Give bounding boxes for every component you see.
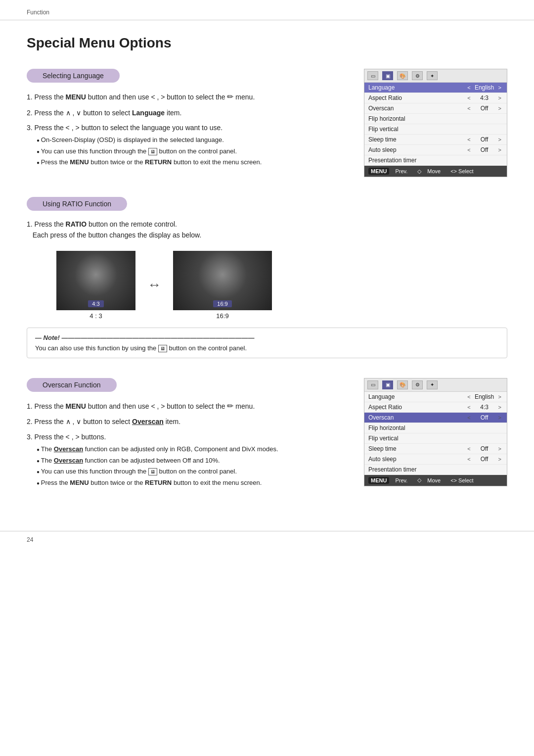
menu-arrow-left-autosleep-1: < [467,147,470,153]
menu-row-flipv-1: Flip vertical [364,124,507,135]
overscan-header: Overscan Function [27,378,117,392]
menu-value-overscan-1: Off [472,105,497,112]
menu-value-sleep-2: Off [472,445,497,452]
menu-row-autosleep-2: Auto sleep < Off > [364,454,507,465]
menu-arrow-left-sleep-2: < [467,446,470,452]
menu-row-flipv-2: Flip vertical [364,433,507,444]
ratio-header: Using RATIO Function [27,197,127,211]
menu-bold: MENU [66,93,86,101]
icon-settings: ⚙ [412,71,423,80]
control-icon: 🖥 [148,148,157,155]
menu-row-autosleep-1: Auto sleep < Off > [364,145,507,155]
menu-arrow-right-overscan-2: > [498,415,501,421]
menu-arrow-left-aspect-1: < [467,95,470,101]
overscan-bold: Overscan [132,418,164,425]
ratio-43-label: 4:3 [88,300,103,307]
menu-btn-2: MENU [368,477,389,484]
menu-label-language-1: Language [368,84,466,91]
page-content: Special Menu Options Selecting Language … [0,20,534,531]
menu-display-1: ▭ ▣ 🎨 ⚙ ✦ Language < English > Aspect Ra… [364,69,507,177]
overscan-section: Overscan Function 1. Press the MENU butt… [27,378,507,491]
menu-value-autosleep-2: Off [472,456,497,463]
overscan-bullets: The Overscan function can be adjusted on… [37,444,348,487]
overscan-step-3: 3. Press the < , > buttons. The Overscan… [27,431,348,487]
ratio-43-caption: 4 : 3 [56,312,135,320]
menu-row-fliph-2: Flip horizontal [364,423,507,433]
menu-label-presentation-2: Presentation timer [368,466,503,473]
menu-row-sleep-1: Sleep time < Off > [364,135,507,145]
menu-value-overscan-2: Off [472,414,497,421]
overscan-control-icon: 🖥 [148,468,157,475]
menu-select-1: <> Select [450,168,473,174]
overscan-step-2: 2. Press the ∧ , ∨ button to select Over… [27,416,348,427]
breadcrumb: Function [27,9,49,16]
menu-arrow-left-sleep-1: < [467,137,470,142]
ratio-169-label: 16:9 [213,300,231,307]
menu-value-aspect-2: 4:3 [472,404,497,411]
ratio-images-container: 4:3 4 : 3 ↔ 16:9 16:9 [56,251,507,320]
menu-value-language-1: English [472,84,497,91]
menu-move-icon-2: ◇ [417,477,421,483]
menu-row-aspect-1: Aspect Ratio < 4:3 > [364,93,507,103]
menu-prev-1: Prev. [395,168,407,174]
menu-icons-row-2: ▭ ▣ 🎨 ⚙ ✦ [364,378,507,392]
overscan-bullet-2: The Overscan function can be adjusted be… [37,456,348,466]
selecting-language-left: Selecting Language 1. Press the MENU but… [27,69,348,177]
menu-arrow-left-overscan-1: < [467,105,470,111]
menu-arrow-left-autosleep-2: < [467,456,470,462]
icon-display: ▭ [367,71,378,80]
menu-move-label-2: Move [427,477,441,483]
menu-label-presentation-1: Presentation timer [368,157,503,164]
ratio-bold: RATIO [66,220,87,228]
ratio-169-box: 16:9 16:9 [173,251,272,320]
menu-mockup-1: ▭ ▣ 🎨 ⚙ ✦ Language < English > Aspect Ra… [364,69,507,177]
menu-value-aspect-1: 4:3 [472,94,497,101]
overscan-menu-bold: MENU [66,402,86,410]
menu-arrow-right-overscan-1: > [498,105,501,111]
ratio-169-caption: 16:9 [173,312,272,320]
menu-arrow-left-language-2: < [467,394,470,400]
menu-arrow-right-sleep-2: > [498,446,501,452]
ratio-43-image: 4:3 [56,251,135,310]
menu-arrow-left-aspect-2: < [467,404,470,410]
menu-label-flipv-1: Flip vertical [368,126,503,133]
menu-arrow-right-aspect-1: > [498,95,501,101]
menu-label-sleep-2: Sleep time [368,445,466,452]
menu-display-2: ▭ ▣ 🎨 ⚙ ✦ Language < English > Aspect Ra… [364,378,507,486]
ratio-step-1: 1. Press the RATIO button on the remote … [27,219,507,241]
overscan-bullet-3: You can use this function through the 🖥 … [37,467,348,476]
overscan-step-1: 1. Press the MENU button and then use < … [27,400,348,413]
bullet-1: On-Screen-Display (OSD) is displayed in … [37,135,348,145]
menu-value-language-2: English [472,393,497,400]
page-title: Special Menu Options [27,35,507,51]
ratio-section: Using RATIO Function 1. Press the RATIO … [27,197,507,358]
menu-label-fliph-1: Flip horizontal [368,115,503,122]
menu-label-fliph-2: Flip horizontal [368,425,503,431]
menu-mockup-2: ▭ ▣ 🎨 ⚙ ✦ Language < English > Aspect Ra… [364,378,507,491]
menu-row-presentation-1: Presentation timer [364,155,507,166]
menu-value-sleep-1: Off [472,136,497,143]
menu-row-overscan-2: Overscan < Off > [364,413,507,423]
menu-arrow-right-autosleep-2: > [498,456,501,462]
menu-prev-2: Prev. [395,477,407,483]
menu-label-autosleep-2: Auto sleep [368,456,466,463]
icon-color: 🎨 [397,71,408,80]
language-bold: Language [132,109,165,117]
menu-footer-1: MENU Prev. ◇ Move <> Select [364,166,507,177]
menu-row-aspect-2: Aspect Ratio < 4:3 > [364,402,507,413]
menu-arrow-right-language-2: > [498,394,501,400]
overscan-pen-icon: ✏ [227,402,233,410]
page-header: Function [0,0,534,20]
icon-display-active: ▣ [382,71,393,80]
menu-arrow-right-autosleep-1: > [498,147,501,153]
menu-value-autosleep-1: Off [472,146,497,153]
note-control-icon: 🖥 [158,345,167,352]
bullet-2: You can use this function through the 🖥 … [37,146,348,156]
ratio-43-box: 4:3 4 : 3 [56,251,135,320]
overscan-bullet-1: The Overscan function can be adjusted on… [37,444,348,454]
menu-label-sleep-1: Sleep time [368,136,466,143]
menu-footer-2: MENU Prev. ◇ Move <> Select [364,475,507,486]
menu-move-icon-1: ◇ [417,168,421,175]
menu-label-overscan-2: Overscan [368,414,466,421]
menu-arrow-right-aspect-2: > [498,404,501,410]
